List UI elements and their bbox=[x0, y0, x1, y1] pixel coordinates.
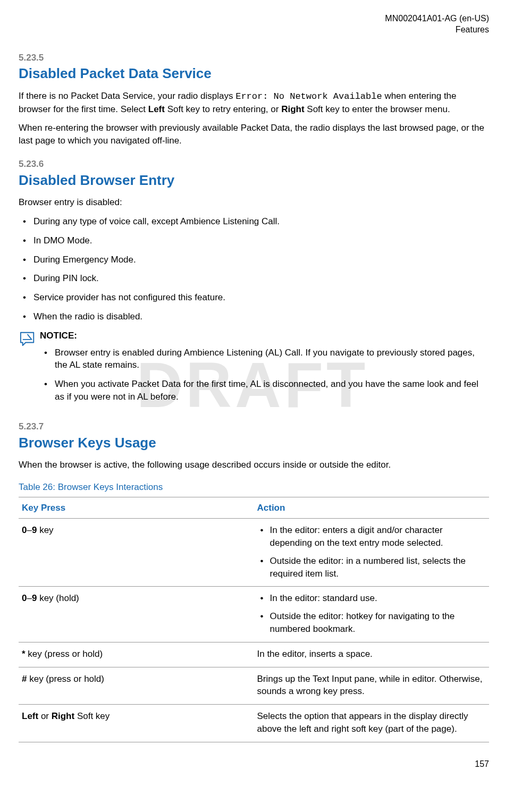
table-header: Action bbox=[254, 497, 490, 519]
paragraph: If there is no Packet Data Service, your… bbox=[19, 90, 489, 116]
list-item: During any type of voice call, except Am… bbox=[19, 215, 489, 228]
section-title: Disabled Packet Data Service bbox=[19, 64, 489, 83]
section-number: 5.23.6 bbox=[19, 158, 489, 171]
section-title: Browser Keys Usage bbox=[19, 433, 489, 452]
section-title: Disabled Browser Entry bbox=[19, 171, 489, 190]
table-row: # key (press or hold) Brings up the Text… bbox=[19, 667, 489, 705]
bullet-list: During any type of voice call, except Am… bbox=[19, 215, 489, 323]
table-row: * key (press or hold) In the editor, ins… bbox=[19, 642, 489, 667]
table-cell-key: 0–9 key (hold) bbox=[19, 587, 254, 642]
doc-section: Features bbox=[19, 24, 489, 36]
list-item: In DMO Mode. bbox=[19, 234, 489, 247]
paragraph: Browser entry is disabled: bbox=[19, 196, 489, 209]
table-row: Left or Right Soft key Selects the optio… bbox=[19, 705, 489, 742]
table-cell-action: Brings up the Text Input pane, while in … bbox=[254, 667, 490, 705]
table-cell-key: 0–9 key bbox=[19, 519, 254, 587]
table-cell-key: * key (press or hold) bbox=[19, 642, 254, 667]
list-item: Outside the editor: hotkey for navigatin… bbox=[257, 610, 486, 636]
list-item: Outside the editor: in a numbered list, … bbox=[257, 555, 486, 580]
bullet-list: Browser entry is enabled during Ambience… bbox=[40, 346, 489, 403]
list-item: In the editor: enters a digit and/or cha… bbox=[257, 524, 486, 549]
notice-label: NOTICE: bbox=[40, 329, 489, 342]
list-item: When you activate Packet Data for the fi… bbox=[40, 378, 489, 403]
paragraph: When the browser is active, the followin… bbox=[19, 459, 489, 471]
table-row: 0–9 key (hold) In the editor: standard u… bbox=[19, 587, 489, 642]
paragraph: When re-entering the browser with previo… bbox=[19, 122, 489, 147]
page-number: 157 bbox=[19, 758, 489, 770]
keys-table: Key Press Action 0–9 key In the editor: … bbox=[19, 497, 489, 742]
notice-icon bbox=[19, 329, 40, 410]
notice-block: NOTICE: Browser entry is enabled during … bbox=[19, 329, 489, 410]
table-cell-key: Left or Right Soft key bbox=[19, 705, 254, 742]
table-cell-action: In the editor, inserts a space. bbox=[254, 642, 490, 667]
list-item: During Emergency Mode. bbox=[19, 253, 489, 266]
list-item: Browser entry is enabled during Ambience… bbox=[40, 346, 489, 372]
list-item: Service provider has not configured this… bbox=[19, 291, 489, 304]
doc-id: MN002041A01-AG (en-US) bbox=[19, 13, 489, 24]
table-title: Table 26: Browser Keys Interactions bbox=[19, 481, 489, 494]
table-header: Key Press bbox=[19, 497, 254, 519]
table-cell-action: Selects the option that appears in the d… bbox=[254, 705, 490, 742]
list-item: When the radio is disabled. bbox=[19, 310, 489, 323]
table-cell-action: In the editor: enters a digit and/or cha… bbox=[254, 519, 490, 587]
header-meta: MN002041A01-AG (en-US) Features bbox=[19, 13, 489, 36]
table-row: 0–9 key In the editor: enters a digit an… bbox=[19, 519, 489, 587]
table-cell-key: # key (press or hold) bbox=[19, 667, 254, 705]
section-number: 5.23.5 bbox=[19, 52, 489, 64]
code-text: Error: No Network Available bbox=[235, 91, 382, 102]
table-cell-action: In the editor: standard use. Outside the… bbox=[254, 587, 490, 642]
list-item: During PIN lock. bbox=[19, 272, 489, 285]
section-number: 5.23.7 bbox=[19, 420, 489, 433]
list-item: In the editor: standard use. bbox=[257, 592, 486, 605]
